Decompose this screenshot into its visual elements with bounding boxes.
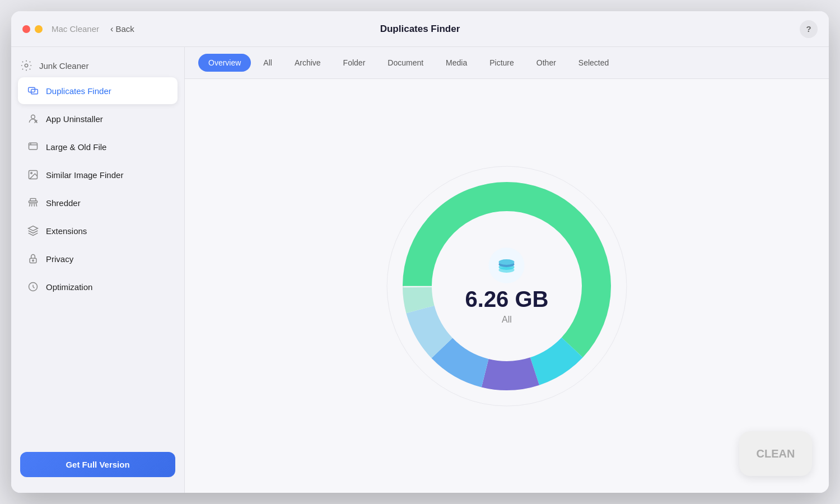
sidebar-item-optimization[interactable]: Optimization — [18, 273, 178, 300]
sidebar-item-extensions[interactable]: Extensions — [18, 217, 178, 244]
content-area: Overview All Archive Folder Document Med… — [185, 47, 829, 493]
svg-point-3 — [31, 115, 35, 119]
clean-button[interactable]: CLEAN — [739, 431, 812, 476]
back-button[interactable]: ‹ Back — [110, 24, 134, 34]
sidebar-item-large-file-label: Large & Old File — [46, 142, 106, 152]
tab-overview[interactable]: Overview — [198, 54, 251, 72]
image-icon — [27, 169, 39, 181]
tab-other[interactable]: Other — [526, 54, 566, 72]
svg-rect-13 — [30, 258, 36, 263]
sidebar-item-uninstaller-label: App Uninstaller — [46, 114, 103, 124]
sidebar-item-similar-image-label: Similar Image Finder — [46, 170, 123, 180]
sidebar-item-large-old-file[interactable]: Large & Old File — [18, 133, 178, 160]
tabs-bar: Overview All Archive Folder Document Med… — [185, 47, 829, 79]
sidebar-item-duplicates-finder[interactable]: Duplicates Finder — [18, 77, 178, 104]
back-label: Back — [115, 24, 134, 34]
window-title: Duplicates Finder — [380, 24, 460, 35]
shredder-icon — [27, 197, 39, 209]
sidebar-item-shredder[interactable]: Shredder — [18, 189, 178, 216]
tab-picture[interactable]: Picture — [479, 54, 524, 72]
svg-point-14 — [32, 260, 34, 262]
chart-area: 6.26 GB All CLEAN — [185, 79, 829, 493]
uninstaller-icon — [27, 113, 39, 125]
traffic-lights — [22, 25, 43, 33]
tab-selected[interactable]: Selected — [568, 54, 619, 72]
app-title: Mac Cleaner — [52, 24, 99, 34]
sidebar-item-duplicates-label: Duplicates Finder — [46, 86, 111, 96]
tab-all[interactable]: All — [253, 54, 282, 72]
duplicates-icon — [27, 85, 39, 97]
sidebar-item-similar-image-finder[interactable]: Similar Image Finder — [18, 161, 178, 188]
chart-center: 6.26 GB All — [465, 248, 549, 325]
tab-media[interactable]: Media — [436, 54, 477, 72]
minimize-button[interactable] — [35, 25, 43, 33]
optimization-icon — [27, 281, 39, 293]
chart-stacks-icon — [489, 248, 525, 283]
sidebar: Junk Cleaner Duplicates Finder — [11, 47, 185, 493]
sidebar-item-optimization-label: Optimization — [46, 282, 92, 292]
donut-chart: 6.26 GB All — [372, 152, 641, 421]
main-layout: Junk Cleaner Duplicates Finder — [11, 47, 829, 493]
junk-cleaner-label: Junk Cleaner — [39, 61, 88, 71]
sidebar-item-privacy-label: Privacy — [46, 254, 73, 264]
tab-folder[interactable]: Folder — [333, 54, 376, 72]
tab-document[interactable]: Document — [377, 54, 433, 72]
svg-rect-6 — [29, 143, 38, 150]
get-full-version-button[interactable]: Get Full Version — [20, 452, 175, 477]
titlebar: Mac Cleaner ‹ Back Duplicates Finder ? — [11, 11, 829, 47]
sidebar-item-privacy[interactable]: Privacy — [18, 245, 178, 272]
gear-icon — [20, 59, 32, 72]
svg-point-0 — [25, 64, 28, 67]
close-button[interactable] — [22, 25, 30, 33]
sidebar-item-app-uninstaller[interactable]: App Uninstaller — [18, 105, 178, 132]
sidebar-item-shredder-label: Shredder — [46, 198, 81, 208]
svg-rect-12 — [30, 199, 36, 201]
large-file-icon — [27, 141, 39, 153]
svg-point-22 — [499, 259, 515, 265]
sidebar-item-junk-cleaner[interactable]: Junk Cleaner — [11, 54, 184, 77]
sidebar-item-extensions-label: Extensions — [46, 226, 87, 236]
tab-archive[interactable]: Archive — [284, 54, 331, 72]
privacy-icon — [27, 253, 39, 265]
sidebar-items: Duplicates Finder App Uninstaller — [11, 77, 184, 443]
app-window: Mac Cleaner ‹ Back Duplicates Finder ? J… — [11, 11, 829, 493]
chart-size-label: 6.26 GB — [465, 288, 549, 310]
chart-category-label: All — [502, 315, 512, 325]
svg-point-10 — [31, 172, 32, 174]
back-arrow-icon: ‹ — [110, 24, 113, 34]
svg-line-17 — [33, 287, 35, 288]
help-button[interactable]: ? — [800, 20, 818, 38]
extensions-icon — [27, 225, 39, 237]
